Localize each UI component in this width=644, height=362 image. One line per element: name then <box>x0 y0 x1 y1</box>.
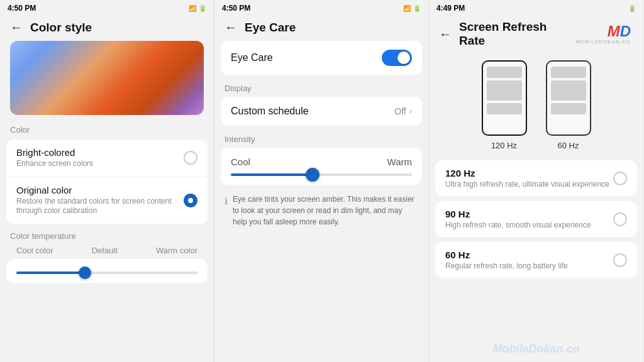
eye-care-label: Eye Care <box>231 52 273 63</box>
hz-90-radio[interactable] <box>613 212 627 226</box>
bright-colored-option[interactable]: Bright-colored Enhance screen colors <box>6 140 208 177</box>
display-section-label: Display <box>214 81 428 97</box>
hz-120-radio[interactable] <box>613 172 627 185</box>
intensity-labels: Cool Warm <box>231 156 412 167</box>
warm-color-label: Warm color <box>156 246 197 255</box>
info-icon: ℹ <box>225 195 228 228</box>
custom-schedule-right: Off › <box>394 106 412 117</box>
temp-slider-card <box>6 259 208 283</box>
intensity-card: Cool Warm <box>221 148 422 185</box>
page-title-1: Color style <box>30 21 92 35</box>
back-button-2[interactable]: ← <box>225 20 237 35</box>
logo-area: MD MOBILEDOKAN.CO <box>576 24 631 45</box>
screen-bar-5 <box>551 80 586 101</box>
hz-120-sub: Ultra high refresh rate, ultimate visual… <box>445 180 609 189</box>
temperature-section: Cool color Default Warm color <box>0 246 214 290</box>
bright-colored-sub: Enhance screen colors <box>16 159 184 169</box>
time-2: 4:50 PM <box>222 4 250 13</box>
time-3: 4:49 PM <box>436 4 465 13</box>
cool-color-label: Cool color <box>16 246 53 255</box>
chevron-right-icon: › <box>409 106 412 117</box>
time-1: 4:50 PM <box>8 4 36 13</box>
phone-hz-60-label: 60 Hz <box>558 141 579 150</box>
hz-60-title: 60 Hz <box>445 250 568 260</box>
back-button-1[interactable]: ← <box>10 20 23 35</box>
screen-bar-1 <box>487 67 522 78</box>
hz-60-radio[interactable] <box>613 253 627 267</box>
temp-section-label: Color temperature <box>0 231 214 246</box>
watermark: MobileDokan.co <box>492 343 579 356</box>
logo-sub: MOBILEDOKAN.CO <box>576 39 631 45</box>
header-left-3: ← Screen Refresh Rate <box>439 20 569 48</box>
custom-schedule-value: Off <box>394 106 406 116</box>
header-2: ← Eye Care <box>214 15 428 41</box>
intensity-slider-track[interactable] <box>231 173 412 176</box>
panel-refresh-rate: 4:49 PM 🔋 ← Screen Refresh Rate MD MOBIL… <box>429 0 643 362</box>
page-title-2: Eye Care <box>245 21 296 35</box>
hz-item-60[interactable]: 60 Hz Regular refresh rate, long battery… <box>435 242 637 278</box>
status-icons-2: 📶 🔋 <box>403 5 421 12</box>
hz-90-sub: High refresh rate, smooth visual experie… <box>445 221 591 229</box>
hz-90-title: 90 Hz <box>445 209 591 219</box>
status-bar-3: 4:49 PM 🔋 <box>429 0 643 15</box>
battery-icon-3: 🔋 <box>628 5 636 12</box>
intensity-slider-fill <box>231 173 313 176</box>
temp-slider-thumb[interactable] <box>79 266 91 279</box>
bright-colored-radio[interactable] <box>184 151 197 165</box>
status-icons-3: 🔋 <box>628 5 636 12</box>
custom-schedule-item[interactable]: Custom schedule Off › <box>221 97 422 126</box>
header-3: ← Screen Refresh Rate MD MOBILEDOKAN.CO <box>429 15 643 54</box>
battery-icon-2: 🔋 <box>413 5 421 12</box>
phone-outline-120 <box>482 60 527 136</box>
hz-60-sub: Regular refresh rate, long battery life <box>445 261 568 270</box>
panel-color-style: 4:50 PM 📶 🔋 ← Color style Color Bright-c… <box>0 0 214 362</box>
original-color-title: Original color <box>16 185 184 195</box>
status-bar-1: 4:50 PM 📶 🔋 <box>0 0 214 15</box>
color-options-card: Bright-colored Enhance screen colors Ori… <box>6 140 208 224</box>
default-label: Default <box>92 246 118 255</box>
original-color-option[interactable]: Original color Restore the standard colo… <box>6 177 208 224</box>
cool-label: Cool <box>231 156 250 167</box>
status-bar-2: 4:50 PM 📶 🔋 <box>214 0 428 15</box>
md-logo: MD <box>576 24 631 39</box>
temp-slider-track[interactable] <box>16 272 197 274</box>
eye-care-info: ℹ Eye care tints your screen amber. This… <box>214 191 428 230</box>
temp-labels: Cool color Default Warm color <box>6 246 208 255</box>
phone-option-120hz[interactable]: 120 Hz <box>482 60 527 150</box>
phone-outline-60 <box>546 60 591 136</box>
toggle-thumb <box>397 52 410 64</box>
screen-bar-6 <box>551 103 586 114</box>
original-color-sub: Restore the standard colors for screen c… <box>16 197 184 216</box>
custom-schedule-label: Custom schedule <box>231 106 309 117</box>
page-title-3: Screen Refresh Rate <box>459 20 569 48</box>
phone-option-60hz[interactable]: 60 Hz <box>546 60 591 150</box>
screen-bar-2 <box>487 80 522 101</box>
wifi-icon: 📶 <box>189 5 196 12</box>
phone-options: 120 Hz 60 Hz <box>429 54 643 160</box>
eye-care-toggle[interactable] <box>382 50 412 66</box>
intensity-section-label: Intensity <box>214 132 428 148</box>
color-preview-image <box>10 41 204 115</box>
info-text: Eye care tints your screen amber. This m… <box>233 194 418 228</box>
panel-eye-care: 4:50 PM 📶 🔋 ← Eye Care Eye Care Display … <box>214 0 429 362</box>
header-1: ← Color style <box>0 15 214 41</box>
hz-item-120[interactable]: 120 Hz Ultra high refresh rate, ultimate… <box>435 160 637 196</box>
hz-list: 120 Hz Ultra high refresh rate, ultimate… <box>429 160 643 283</box>
back-button-3[interactable]: ← <box>439 27 452 41</box>
bright-colored-title: Bright-colored <box>16 147 184 158</box>
temp-slider-fill <box>16 272 85 274</box>
hz-120-title: 120 Hz <box>445 168 609 178</box>
screen-bar-3 <box>487 103 522 114</box>
battery-icon: 🔋 <box>199 5 206 12</box>
intensity-slider-thumb[interactable] <box>306 168 319 182</box>
original-color-radio[interactable] <box>184 194 197 207</box>
status-icons-1: 📶 🔋 <box>189 5 206 12</box>
hz-item-90[interactable]: 90 Hz High refresh rate, smooth visual e… <box>435 201 637 237</box>
color-section-label: Color <box>0 125 214 140</box>
phone-hz-120-label: 120 Hz <box>491 141 517 150</box>
wifi-icon-2: 📶 <box>403 5 411 12</box>
eye-care-toggle-card: Eye Care <box>221 41 422 75</box>
warm-label: Warm <box>387 156 412 167</box>
screen-bar-4 <box>551 67 586 78</box>
